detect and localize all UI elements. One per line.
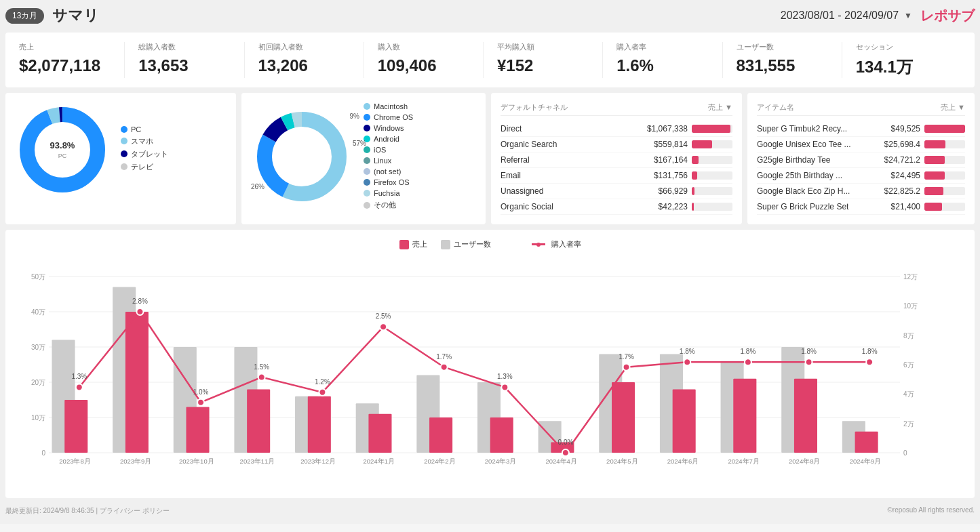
metric-0: 売上$2,077,118 — [19, 42, 125, 78]
svg-text:2023年10月: 2023年10月 — [179, 457, 214, 465]
item-row: Google 25th Birthday ... $24,495 — [757, 168, 965, 184]
item-row: Super G Timbuk2 Recy... $49,525 — [757, 121, 965, 137]
svg-text:1.8%: 1.8% — [801, 348, 817, 355]
svg-text:PC: PC — [58, 152, 67, 159]
item-row: G25gle Birthday Tee $24,721.2 — [757, 152, 965, 168]
svg-point-95 — [745, 359, 751, 365]
chart-legend-rate: 購入者率 — [551, 239, 581, 249]
channel-row: Unassigned $66,929 — [501, 184, 732, 199]
svg-point-93 — [684, 359, 690, 365]
svg-text:4万: 4万 — [903, 390, 914, 398]
svg-rect-38 — [187, 407, 210, 453]
svg-rect-53 — [490, 417, 513, 453]
svg-text:20万: 20万 — [31, 379, 45, 386]
device-donut-chart: 93.8% PC — [15, 102, 110, 197]
svg-text:0: 0 — [41, 449, 45, 457]
svg-text:2024年9月: 2024年9月 — [850, 457, 881, 465]
channel-header-sort[interactable]: 売上 ▼ — [708, 102, 732, 112]
svg-rect-62 — [673, 389, 696, 453]
svg-point-83 — [380, 323, 387, 330]
svg-text:93.8%: 93.8% — [50, 140, 75, 150]
svg-rect-59 — [612, 382, 635, 453]
svg-text:1.8%: 1.8% — [680, 348, 695, 355]
svg-text:0.0%: 0.0% — [558, 438, 574, 446]
footer-left: 最終更新日: 2024/9/8 8:46:35 | プライバシー ポリシー — [5, 506, 170, 516]
channel-row: Referral $167,164 — [501, 152, 732, 168]
svg-text:2024年6月: 2024年6月 — [667, 457, 699, 465]
svg-text:1.3%: 1.3% — [71, 373, 87, 380]
main-chart: 売上 ユーザー数 購入者率 010万20万30万40万50万02万4万6万8万1… — [5, 230, 975, 498]
channel-row: Organic Search $559,814 — [501, 137, 732, 152]
metric-7: セッション134.1万 — [842, 42, 961, 78]
items-table-card: アイテム名 売上 ▼ Super G Timbuk2 Recy... $49,5… — [747, 93, 975, 224]
svg-point-77 — [197, 399, 204, 406]
os-donut-card: 9% 26% 57% Macintosh Chrome OS Windows A… — [241, 93, 486, 224]
svg-point-75 — [136, 308, 143, 315]
svg-rect-35 — [125, 312, 149, 453]
svg-text:2024年3月: 2024年3月 — [485, 457, 516, 465]
svg-text:1.5%: 1.5% — [254, 363, 269, 371]
channel-row: Direct $1,067,338 — [501, 121, 732, 137]
svg-text:2024年7月: 2024年7月 — [728, 457, 759, 465]
page-title: サマリ — [52, 5, 780, 26]
date-range: 2023/08/01 - 2024/09/07 — [781, 9, 899, 22]
svg-text:10万: 10万 — [31, 414, 45, 422]
items-table: Super G Timbuk2 Recy... $49,525 Google U… — [757, 121, 965, 215]
svg-text:1.0%: 1.0% — [193, 388, 209, 396]
svg-text:2024年1月: 2024年1月 — [364, 457, 395, 465]
svg-point-73 — [76, 384, 83, 390]
svg-point-89 — [562, 449, 569, 456]
chart-legend-users: ユーザー数 — [454, 239, 491, 249]
svg-rect-68 — [794, 379, 817, 453]
svg-text:2.5%: 2.5% — [376, 312, 391, 320]
chart-legend-sales: 売上 — [412, 239, 427, 249]
svg-rect-71 — [855, 432, 878, 453]
os-legend: Macintosh Chrome OS Windows Android iOS … — [364, 102, 413, 213]
device-legend: PC スマホ タブレット テレビ — [121, 125, 168, 175]
svg-text:2024年4月: 2024年4月 — [545, 457, 576, 465]
items-header-label: アイテム名 — [757, 102, 794, 112]
items-header-sort[interactable]: 売上 ▼ — [941, 102, 965, 112]
svg-text:1.2%: 1.2% — [315, 378, 330, 386]
period-badge: 13カ月 — [5, 8, 44, 24]
channel-table: Direct $1,067,338 Organic Search $559,81… — [501, 121, 732, 215]
svg-point-99 — [866, 359, 873, 365]
svg-text:2023年11月: 2023年11月 — [240, 457, 275, 465]
svg-text:50万: 50万 — [31, 273, 45, 281]
device-donut-card: 93.8% PC PC スマホ タブレット テレビ — [5, 93, 236, 224]
metric-5: 購入者率1.6% — [603, 42, 722, 78]
footer-right: ©reposub All rights reserved. — [887, 506, 975, 516]
svg-text:2024年5月: 2024年5月 — [606, 457, 638, 465]
svg-text:1.7%: 1.7% — [619, 353, 634, 361]
svg-rect-41 — [247, 389, 270, 453]
svg-text:2024年2月: 2024年2月 — [424, 457, 455, 465]
os-donut-chart — [251, 106, 353, 207]
svg-text:40万: 40万 — [31, 308, 45, 316]
svg-rect-50 — [429, 417, 452, 453]
date-dropdown-icon[interactable]: ▼ — [904, 11, 912, 20]
metric-4: 平均購入額¥152 — [484, 42, 603, 78]
metrics-row: 売上$2,077,118総購入者数13,653初回購入者数13,206購入数10… — [5, 33, 975, 87]
svg-point-85 — [441, 364, 448, 371]
metric-3: 購入数109,406 — [364, 42, 484, 78]
svg-text:6万: 6万 — [903, 361, 914, 369]
svg-rect-47 — [368, 414, 391, 453]
svg-text:0: 0 — [903, 449, 907, 457]
metric-1: 総購入者数13,653 — [125, 42, 244, 78]
svg-text:2.8%: 2.8% — [132, 298, 148, 305]
footer: 最終更新日: 2024/9/8 8:46:35 | プライバシー ポリシー ©r… — [5, 504, 975, 518]
svg-text:1.3%: 1.3% — [497, 373, 513, 380]
svg-point-97 — [806, 359, 812, 365]
svg-text:2024年8月: 2024年8月 — [789, 457, 820, 465]
svg-rect-44 — [308, 396, 331, 453]
metric-6: ユーザー数831,555 — [723, 42, 842, 78]
logo: レポサブ — [920, 7, 975, 25]
chart-legend: 売上 ユーザー数 購入者率 — [15, 239, 965, 249]
svg-rect-65 — [733, 379, 756, 453]
svg-text:10万: 10万 — [903, 302, 918, 310]
svg-text:2023年8月: 2023年8月 — [59, 457, 90, 465]
svg-point-91 — [623, 364, 630, 371]
svg-text:12万: 12万 — [903, 273, 918, 281]
svg-point-79 — [258, 374, 265, 381]
svg-point-81 — [319, 389, 326, 396]
